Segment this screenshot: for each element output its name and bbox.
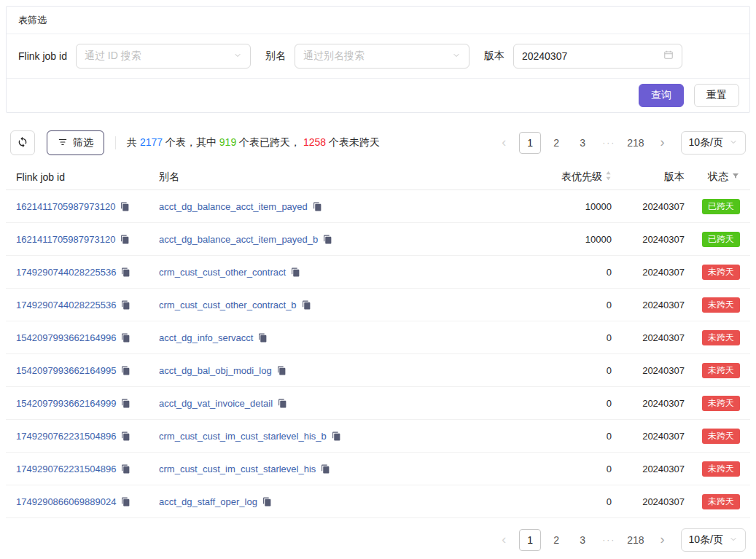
copy-icon[interactable]: [321, 464, 330, 474]
pagination-page-2[interactable]: 2: [545, 529, 567, 551]
version-cell: 20240307: [612, 201, 685, 212]
copy-icon[interactable]: [277, 366, 287, 375]
alias-select[interactable]: 通过别名搜索: [295, 44, 469, 69]
col-priority-label: 表优先级: [561, 171, 602, 184]
alias-link[interactable]: acct_dg_staff_oper_log: [159, 496, 257, 507]
version-label: 版本: [484, 50, 504, 63]
filter-actions: 查询 重置: [7, 78, 749, 112]
copy-icon[interactable]: [121, 333, 130, 343]
copy-icon[interactable]: [291, 267, 300, 277]
status-filter-icon[interactable]: [731, 171, 740, 183]
flink-job-id-link[interactable]: 1621411705987973120: [16, 201, 115, 212]
alias-link[interactable]: crm_cust_cust_im_cust_starlevel_his: [159, 464, 316, 474]
pagination-prev[interactable]: ‹: [493, 132, 515, 154]
priority-cell: 0: [495, 365, 612, 376]
pagination-page-1[interactable]: 1: [519, 132, 541, 154]
summary-seg: 个表，其中: [163, 136, 219, 148]
alias-link[interactable]: acct_dg_vat_invoice_detail: [159, 398, 273, 409]
page-size-label: 10条/页: [689, 136, 723, 149]
alias-link[interactable]: acct_dg_balance_acct_item_payed_b: [159, 234, 318, 245]
copy-icon[interactable]: [332, 431, 341, 441]
toolbar-divider: [115, 136, 116, 149]
alias-cell: crm_cust_cust_other_contract_b: [159, 300, 495, 310]
refresh-button[interactable]: [10, 130, 35, 155]
alias-link[interactable]: acct_dg_info_servacct: [159, 332, 253, 343]
flink-job-id-link[interactable]: 1749290762231504896: [16, 464, 116, 474]
status-cell: 未跨天: [685, 330, 740, 345]
pagination-page-218[interactable]: 218: [624, 132, 647, 154]
table-header: Flink job id 别名 表优先级 版本 状态: [6, 164, 750, 190]
status-badge: 已跨天: [702, 232, 740, 247]
copy-icon[interactable]: [278, 399, 287, 408]
status-cell: 未跨天: [685, 494, 740, 509]
chevron-down-icon: [233, 50, 242, 63]
flink-job-id-link[interactable]: 1749290744028225536: [16, 300, 116, 310]
pagination-prev[interactable]: ‹: [493, 529, 515, 551]
alias-link[interactable]: acct_dg_balance_acct_item_payed: [159, 201, 308, 212]
flink-job-id-cell: 1749290744028225536: [16, 267, 159, 278]
pagination-page-3[interactable]: 3: [572, 529, 593, 551]
status-cell: 已跨天: [685, 199, 740, 214]
flink-job-id-cell: 1749290762231504896: [16, 464, 159, 474]
col-flink-job-id: Flink job id: [16, 171, 159, 183]
copy-icon[interactable]: [323, 235, 332, 244]
pagination-page-2[interactable]: 2: [545, 132, 567, 154]
copy-icon[interactable]: [121, 267, 130, 277]
crossed-count: 919: [219, 136, 236, 148]
flink-job-id-link[interactable]: 1749290744028225536: [16, 267, 116, 278]
copy-icon[interactable]: [258, 333, 268, 343]
pagination-ellipsis[interactable]: ···: [598, 132, 620, 154]
flink-job-id-link[interactable]: 1621411705987973120: [16, 234, 115, 245]
pagination-page-1[interactable]: 1: [519, 529, 541, 551]
copy-icon[interactable]: [120, 202, 130, 211]
page-size-select[interactable]: 10条/页: [681, 528, 746, 552]
copy-icon[interactable]: [121, 300, 130, 310]
flink-job-id-cell: 1542097993662164996: [16, 332, 159, 343]
version-cell: 20240307: [612, 267, 685, 278]
flink-job-id-cell: 1749290762231504896: [16, 431, 159, 442]
flink-job-id-select[interactable]: 通过 ID 搜索: [76, 44, 251, 69]
version-value: 20240307: [522, 50, 567, 62]
pagination-page-3[interactable]: 3: [572, 132, 593, 154]
alias-link[interactable]: crm_cust_cust_im_cust_starlevel_his_b: [159, 431, 327, 442]
flink-job-id-link[interactable]: 1542097993662164999: [16, 398, 116, 409]
status-cell: 已跨天: [685, 232, 740, 247]
status-badge: 未跨天: [702, 396, 740, 411]
copy-icon[interactable]: [121, 497, 130, 507]
pagination-next[interactable]: ›: [652, 132, 674, 154]
filter-button-label: 筛选: [73, 136, 93, 149]
version-date-input[interactable]: 20240307: [513, 44, 682, 69]
copy-icon[interactable]: [120, 235, 130, 244]
status-cell: 未跨天: [685, 265, 740, 280]
pagination-ellipsis[interactable]: ···: [598, 529, 620, 551]
copy-icon[interactable]: [313, 202, 322, 211]
copy-icon[interactable]: [121, 399, 130, 408]
filter-button[interactable]: 筛选: [47, 130, 104, 155]
status-cell: 未跨天: [685, 429, 740, 444]
field-alias: 别名 通过别名搜索: [265, 44, 469, 69]
page-size-label: 10条/页: [689, 533, 723, 547]
status-badge: 未跨天: [702, 330, 740, 345]
alias-cell: crm_cust_cust_im_cust_starlevel_his_b: [159, 431, 495, 442]
copy-icon[interactable]: [121, 464, 130, 474]
copy-icon[interactable]: [121, 431, 130, 441]
sort-icon[interactable]: [605, 171, 612, 183]
alias-link[interactable]: crm_cust_cust_other_contract_b: [159, 300, 297, 310]
flink-job-id-link[interactable]: 1542097993662164996: [16, 332, 116, 343]
page-size-select[interactable]: 10条/页: [681, 131, 746, 155]
alias-link[interactable]: crm_cust_cust_other_contract: [159, 267, 286, 278]
query-button[interactable]: 查询: [639, 84, 684, 107]
copy-icon[interactable]: [302, 300, 311, 310]
status-badge: 未跨天: [702, 429, 740, 444]
alias-link[interactable]: acct_dg_bal_obj_modi_log: [159, 365, 272, 376]
flink-job-id-link[interactable]: 1542097993662164995: [16, 365, 116, 376]
pagination-page-218[interactable]: 218: [624, 529, 647, 551]
reset-button[interactable]: 重置: [694, 84, 739, 107]
pagination-next[interactable]: ›: [652, 529, 674, 551]
flink-job-id-link[interactable]: 1749290762231504896: [16, 431, 116, 442]
flink-job-id-cell: 1621411705987973120: [16, 234, 159, 245]
col-priority: 表优先级: [495, 171, 612, 184]
copy-icon[interactable]: [121, 366, 130, 375]
flink-job-id-link[interactable]: 1749290866069889024: [16, 496, 116, 507]
copy-icon[interactable]: [262, 497, 272, 507]
